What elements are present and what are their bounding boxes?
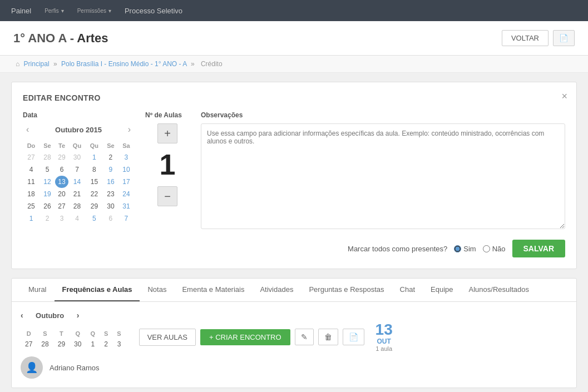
cal-day[interactable]: 29 [55, 151, 68, 163]
doc-icon: 📄 [559, 34, 569, 42]
cal-day[interactable]: 6 [55, 163, 68, 176]
salvar-button[interactable]: SALVAR [512, 240, 565, 257]
cal-day[interactable]: 12 [39, 176, 55, 188]
breadcrumb-polo[interactable]: Polo Brasília I - Ensino Médio - 1° ANO … [61, 60, 187, 68]
mini-cal-day[interactable]: 2 [100, 339, 112, 350]
ver-aulas-button[interactable]: VER AULAS [139, 329, 196, 346]
nav-perfis[interactable]: Perfis ▾ [45, 8, 64, 14]
mini-cal-day[interactable]: 3 [112, 339, 125, 350]
radio-sim[interactable]: Sim [454, 245, 476, 253]
mini-cal-day[interactable]: 1 [86, 339, 100, 350]
document-button[interactable]: 📄 [553, 30, 575, 46]
cal-day[interactable]: 31 [118, 200, 134, 212]
cal-day[interactable]: 8 [86, 163, 103, 176]
marcar-label: Marcar todos como presentes? [348, 245, 447, 253]
cal-day[interactable]: 15 [86, 176, 103, 188]
cal-day[interactable]: 2 [39, 212, 55, 225]
cal-day[interactable]: 7 [118, 212, 134, 225]
cal-day[interactable]: 4 [68, 212, 86, 225]
close-button[interactable]: × [561, 91, 567, 101]
cal-day[interactable]: 1 [23, 212, 39, 225]
edit-button[interactable]: ✎ [295, 329, 314, 345]
cal-day[interactable]: 20 [55, 188, 68, 200]
cal-day[interactable]: 2 [103, 151, 118, 163]
mini-cal-prev-button[interactable]: ‹ [21, 311, 23, 320]
cal-day[interactable]: 11 [23, 176, 39, 188]
mini-cal-header-s: S [37, 329, 53, 339]
cal-day[interactable]: 26 [39, 200, 55, 212]
tab-chat[interactable]: Chat [392, 279, 423, 301]
mini-cal-next-button[interactable]: › [77, 311, 80, 320]
cal-day[interactable]: 5 [39, 163, 55, 176]
cal-day[interactable]: 22 [86, 188, 103, 200]
cal-day[interactable]: 28 [68, 200, 86, 212]
nav-permissoes[interactable]: Permissões ▾ [77, 8, 111, 14]
cal-day[interactable]: 7 [68, 163, 86, 176]
date-month: OUT [375, 338, 393, 345]
radio-nao[interactable]: Não [483, 245, 506, 253]
aulas-increment-button[interactable]: + [157, 123, 177, 143]
cal-day[interactable]: 28 [39, 151, 55, 163]
cal-day[interactable]: 17 [118, 176, 134, 188]
tab-alunos-resultados[interactable]: Alunos/Resultados [461, 279, 537, 301]
page-title: 1° ANO A - Artes [13, 31, 108, 46]
mini-cal-day[interactable]: 29 [53, 339, 70, 350]
cal-day[interactable]: 1 [86, 151, 103, 163]
calendar-prev-button[interactable]: ‹ [23, 123, 32, 136]
chevron-down-icon: ▾ [61, 8, 64, 14]
cal-day[interactable]: 27 [23, 151, 39, 163]
bottom-row: ‹ Outubro › D S T Q Q S [21, 311, 567, 352]
cal-day-header-do: Do [23, 140, 39, 151]
cal-day[interactable]: 10 [118, 163, 134, 176]
person-row: 👤 Adriano Ramos [21, 356, 567, 379]
cal-day-selected[interactable]: 13 [55, 176, 68, 188]
criar-encontro-button[interactable]: + CRIAR ENCONTRO [200, 329, 290, 345]
cal-day[interactable]: 23 [103, 188, 118, 200]
cal-day[interactable]: 16 [103, 176, 118, 188]
mini-cal-day[interactable]: 27 [21, 339, 37, 350]
mini-cal-day[interactable]: 28 [37, 339, 53, 350]
mini-cal-header-q1: Q [70, 329, 86, 339]
nav-processo-seletivo[interactable]: Processo Seletivo [125, 7, 182, 15]
tab-equipe[interactable]: Equipe [423, 279, 461, 301]
cal-day[interactable]: 27 [55, 200, 68, 212]
cal-day[interactable]: 14 [68, 176, 86, 188]
calendar-table: Do Se Te Qu Qu Se Sa 27 [23, 140, 134, 225]
back-button[interactable]: VOLTAR [502, 30, 549, 46]
tab-mural[interactable]: Mural [21, 279, 55, 301]
mini-cal-day[interactable]: 30 [70, 339, 86, 350]
cal-day[interactable]: 5 [86, 212, 103, 225]
editor-grid: Data ‹ Outubro 2015 › Do Se Te [23, 111, 565, 231]
nav-painel[interactable]: Painel [11, 7, 31, 15]
aulas-counter: + 1 − [145, 123, 190, 206]
cal-day[interactable]: 6 [103, 212, 118, 225]
cal-day-header-te: Te [55, 140, 68, 151]
tab-notas[interactable]: Notas [140, 279, 174, 301]
observacoes-textarea[interactable] [201, 123, 565, 229]
cal-day[interactable]: 30 [68, 151, 86, 163]
cal-day[interactable]: 4 [23, 163, 39, 176]
cal-day[interactable]: 9 [103, 163, 118, 176]
doc-button[interactable]: 📄 [343, 329, 364, 345]
delete-button[interactable]: 🗑 [318, 329, 338, 345]
radio-sim-input[interactable] [454, 245, 461, 252]
cal-day[interactable]: 30 [103, 200, 118, 212]
tab-ementa-materiais[interactable]: Ementa e Materiais [174, 279, 252, 301]
tab-frequencias-aulas[interactable]: Frequências e Aulas [55, 279, 140, 301]
mini-cal-header-s2: S [100, 329, 112, 339]
mini-cal-header-s3: S [112, 329, 125, 339]
cal-day[interactable]: 3 [118, 151, 134, 163]
cal-day[interactable]: 18 [23, 188, 39, 200]
cal-day[interactable]: 3 [55, 212, 68, 225]
aulas-decrement-button[interactable]: − [157, 186, 177, 206]
cal-day[interactable]: 21 [68, 188, 86, 200]
radio-nao-input[interactable] [483, 245, 490, 252]
tab-perguntas-respostas[interactable]: Perguntas e Respostas [301, 279, 392, 301]
cal-day[interactable]: 29 [86, 200, 103, 212]
breadcrumb-principal[interactable]: Principal [24, 60, 50, 68]
cal-day[interactable]: 19 [39, 188, 55, 200]
cal-day[interactable]: 25 [23, 200, 39, 212]
tab-atividades[interactable]: Atividades [252, 279, 301, 301]
cal-day[interactable]: 24 [118, 188, 134, 200]
calendar-next-button[interactable]: › [125, 123, 134, 136]
